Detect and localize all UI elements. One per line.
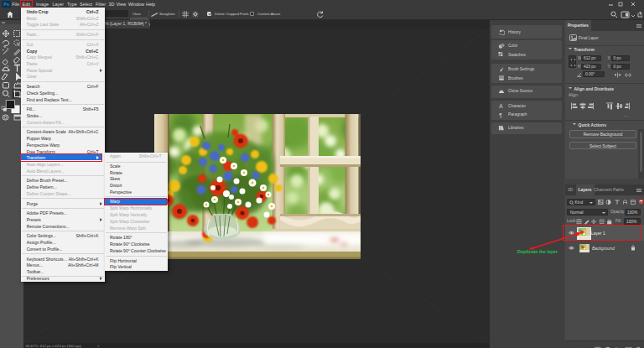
svg-text:¶: ¶ bbox=[499, 112, 502, 117]
svg-text:A: A bbox=[499, 103, 503, 109]
